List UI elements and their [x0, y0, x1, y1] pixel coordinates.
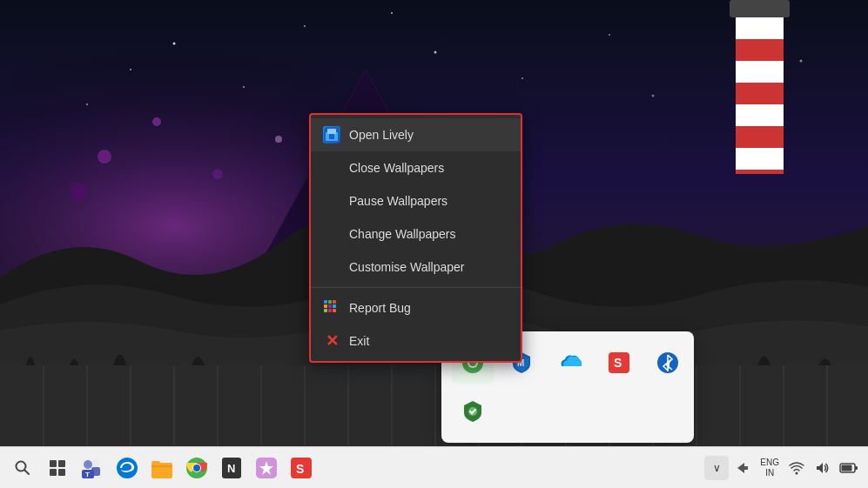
svg-point-7: [130, 69, 131, 70]
svg-text:S: S: [614, 356, 622, 370]
menu-item-pause-wallpapers[interactable]: Pause Wallpapers: [311, 184, 521, 217]
context-menu: Open Lively Close Wallpapers Pause Wallp…: [309, 113, 522, 363]
svg-point-8: [521, 77, 523, 79]
tray-icon-defender[interactable]: [452, 391, 494, 432]
taskbar-teams-icon[interactable]: T: [77, 452, 108, 484]
exit-icon: ✕: [323, 332, 340, 350]
svg-rect-73: [58, 469, 65, 476]
svg-text:T: T: [85, 471, 90, 478]
svg-rect-51: [324, 300, 327, 304]
svg-point-15: [152, 117, 161, 126]
svg-text:S: S: [296, 462, 304, 476]
menu-divider: [311, 287, 521, 288]
menu-item-label: Customise Wallpaper: [349, 260, 465, 274]
taskbar-file-explorer-icon[interactable]: [146, 452, 178, 484]
svg-rect-23: [736, 61, 784, 83]
svg-point-2: [173, 43, 176, 45]
svg-point-12: [800, 60, 803, 63]
taskbar: T N: [0, 446, 868, 488]
taskbar-chrome-icon[interactable]: [181, 452, 212, 484]
taskbar-nav-icon[interactable]: [730, 456, 755, 480]
svg-rect-71: [58, 460, 65, 467]
svg-rect-59: [333, 309, 336, 312]
menu-item-label: Change Wallpapers: [349, 227, 455, 241]
taskbar-wifi-icon[interactable]: [784, 456, 809, 480]
taskbar-right-area: ∨ ENG IN: [704, 456, 861, 480]
svg-point-14: [98, 150, 111, 164]
empty-icon: [323, 192, 340, 210]
svg-point-17: [70, 183, 87, 200]
svg-rect-49: [327, 129, 336, 134]
svg-line-69: [25, 470, 30, 474]
svg-point-74: [92, 459, 99, 466]
svg-rect-53: [333, 300, 336, 304]
menu-item-customise-wallpaper[interactable]: Customise Wallpaper: [311, 251, 521, 284]
svg-rect-92: [842, 465, 852, 471]
svg-rect-55: [328, 304, 332, 308]
tray-icon-wps[interactable]: S: [598, 342, 640, 384]
tray-chevron-button[interactable]: ∨: [704, 456, 729, 480]
svg-rect-22: [736, 17, 784, 39]
menu-item-change-wallpapers[interactable]: Change Wallpapers: [311, 217, 521, 251]
menu-item-open-lively[interactable]: Open Lively: [311, 118, 521, 151]
svg-rect-24: [736, 104, 784, 126]
svg-point-11: [391, 12, 393, 14]
menu-item-label: Close Wallpapers: [349, 161, 444, 175]
svg-rect-58: [328, 309, 332, 312]
svg-point-9: [652, 95, 655, 97]
lively-icon: [323, 126, 340, 144]
svg-point-5: [609, 34, 610, 36]
svg-rect-50: [329, 134, 334, 139]
empty-icon: [323, 258, 340, 276]
taskbar-wps-icon[interactable]: S: [286, 452, 317, 484]
svg-rect-72: [50, 469, 57, 476]
empty-icon: [323, 225, 340, 243]
svg-point-90: [796, 471, 798, 474]
svg-point-18: [275, 136, 282, 143]
svg-rect-93: [855, 466, 858, 470]
svg-rect-81: [151, 461, 160, 465]
menu-item-label: Exit: [349, 334, 369, 348]
menu-item-label: Pause Wallpapers: [349, 194, 447, 208]
svg-rect-70: [50, 460, 57, 467]
menu-item-label: Open Lively: [349, 128, 414, 142]
tray-icon-onedrive[interactable]: [549, 342, 591, 384]
svg-rect-52: [328, 300, 332, 304]
menu-item-report-bug[interactable]: Report Bug: [311, 291, 521, 324]
taskbar-task-view-icon[interactable]: [42, 452, 73, 484]
menu-item-close-wallpapers[interactable]: Close Wallpapers: [311, 151, 521, 184]
svg-point-13: [243, 86, 245, 88]
svg-point-16: [212, 169, 223, 179]
taskbar-app1-icon[interactable]: [251, 452, 282, 484]
svg-rect-54: [324, 304, 327, 308]
menu-item-label: Report Bug: [349, 301, 411, 315]
menu-item-exit[interactable]: ✕ Exit: [311, 324, 521, 358]
tray-icon-bluetooth[interactable]: [647, 342, 689, 384]
taskbar-language[interactable]: ENG IN: [757, 458, 783, 478]
taskbar-battery-icon[interactable]: [837, 456, 861, 480]
svg-point-4: [434, 51, 437, 54]
taskbar-search-icon[interactable]: [7, 452, 38, 484]
svg-point-84: [193, 465, 200, 471]
svg-point-3: [304, 25, 306, 27]
svg-rect-56: [333, 304, 336, 308]
taskbar-edge-icon[interactable]: [111, 452, 143, 484]
svg-point-79: [117, 458, 138, 478]
empty-icon: [323, 159, 340, 177]
svg-rect-25: [736, 148, 784, 170]
svg-point-10: [86, 104, 88, 105]
svg-text:N: N: [227, 462, 235, 475]
taskbar-notion-icon[interactable]: N: [216, 452, 247, 484]
svg-rect-26: [730, 0, 790, 17]
bug-icon: [323, 299, 340, 317]
svg-rect-80: [151, 463, 172, 478]
taskbar-volume-icon[interactable]: [811, 456, 835, 480]
svg-rect-57: [324, 309, 327, 312]
svg-point-76: [84, 460, 92, 469]
